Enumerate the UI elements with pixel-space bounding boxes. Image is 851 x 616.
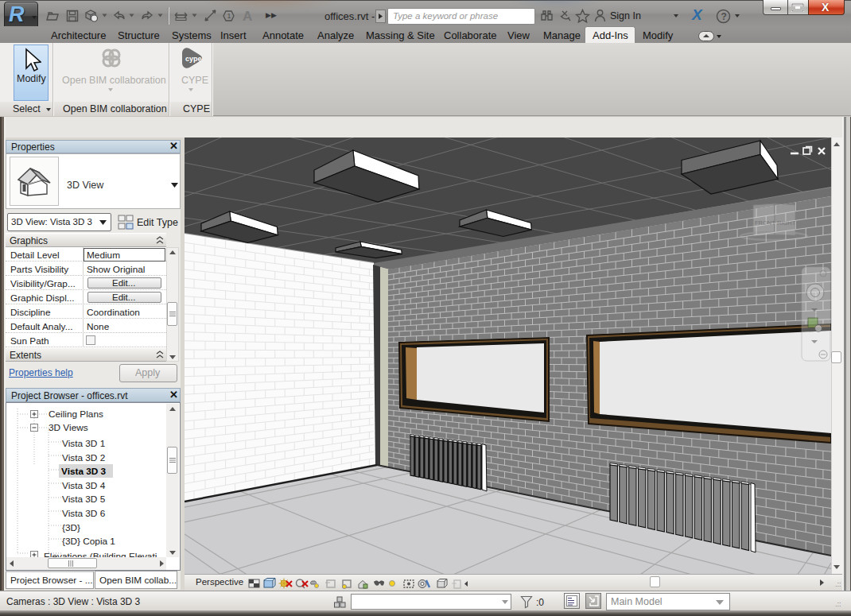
svg-text:?: ? — [721, 11, 727, 22]
svg-text:RIGHT: RIGHT — [777, 219, 796, 227]
svg-text:cype: cype — [185, 55, 202, 63]
svg-text:1: 1 — [227, 12, 231, 20]
svg-text:FRONT: FRONT — [755, 219, 775, 227]
